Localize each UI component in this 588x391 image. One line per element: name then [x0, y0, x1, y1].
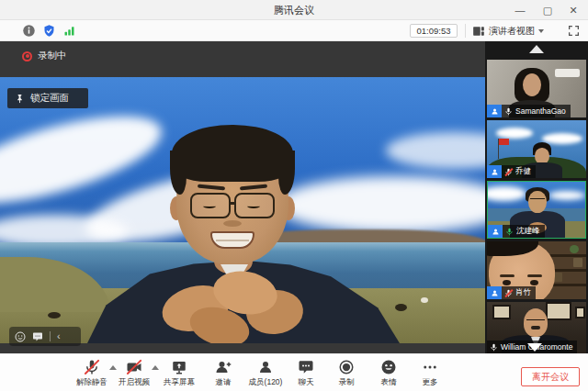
mic-muted-icon — [504, 289, 513, 297]
toolbar-label: 录制 — [339, 377, 355, 388]
certificate-shape — [546, 302, 571, 320]
emoji-icon[interactable] — [15, 331, 26, 342]
name-bar: 沈建峰 — [488, 225, 545, 238]
chat-bubble-icon — [298, 359, 314, 375]
participant-tile-active[interactable]: 沈建峰 — [487, 181, 586, 239]
books-shape — [573, 258, 582, 267]
yak-shape — [395, 304, 407, 311]
meeting-window: 腾讯会议 — ▢ ✕ 01:09:53 演讲者视图 录 — [0, 0, 588, 391]
certificate-shape — [575, 307, 585, 318]
name-bar: 乔健 — [487, 165, 536, 178]
red-flag-shape — [499, 139, 509, 145]
control-toolbar: 解除静音 开启视频 共享屏幕 邀请 成员( — [0, 353, 588, 391]
name-bar: SamanthaGao — [487, 105, 571, 117]
participant-tile[interactable]: 肖竹 — [487, 241, 586, 299]
eye-shape — [503, 280, 511, 285]
participants-sidebar: SamanthaGao — [485, 41, 588, 353]
participant-badge-icon — [487, 286, 502, 299]
mic-on-icon — [490, 343, 498, 352]
unmute-button[interactable]: 解除静音 — [70, 359, 114, 388]
scroll-down-icon[interactable] — [527, 343, 542, 352]
participant-tile[interactable]: SamanthaGao — [487, 60, 586, 117]
speaker-view-icon — [472, 25, 485, 38]
invite-button[interactable]: 邀请 — [201, 359, 245, 388]
meeting-info-bar: 01:09:53 演讲者视图 — [0, 20, 588, 41]
air-conditioner-shape — [555, 69, 580, 77]
security-shield-icon[interactable] — [42, 24, 56, 38]
cloud-shape — [496, 128, 533, 139]
participant-tile[interactable]: 乔健 — [487, 120, 586, 178]
collapse-left-icon[interactable]: ‹ — [57, 331, 61, 341]
eye-shape — [247, 204, 260, 208]
toolbar-label: 共享屏幕 — [164, 377, 195, 388]
emoji-button[interactable]: 表情 — [367, 359, 411, 388]
divider — [50, 331, 51, 341]
lock-view-button[interactable]: 锁定画面 — [7, 88, 88, 108]
toolbar-label: 开启视频 — [119, 377, 150, 388]
participant-badge-icon — [488, 225, 503, 238]
eyebrow-shape — [527, 274, 542, 277]
record-dot-icon — [22, 51, 32, 61]
record-button[interactable]: 录制 — [324, 359, 368, 388]
camera-off-icon — [126, 359, 142, 375]
certificate-shape — [492, 305, 511, 319]
leave-meeting-button[interactable]: 离开会议 — [521, 367, 580, 386]
toolbar-label: 成员(120) — [249, 377, 283, 388]
eye-shape — [203, 204, 216, 208]
toolbar-label: 表情 — [381, 377, 397, 388]
recording-label: 录制中 — [38, 50, 67, 62]
toolbar-label: 解除静音 — [76, 377, 107, 388]
name-bar: 肖竹 — [487, 286, 536, 299]
chevron-down-icon — [538, 29, 544, 33]
participant-badge-icon — [487, 165, 502, 178]
yak-shape — [48, 312, 61, 318]
view-mode-button[interactable]: 演讲者视图 — [472, 23, 544, 39]
maximize-button[interactable]: ▢ — [535, 0, 560, 20]
hair-shape — [172, 125, 293, 182]
face-shape — [523, 73, 541, 96]
sheep-shape — [421, 297, 428, 303]
chat-button[interactable]: 聊天 — [284, 359, 328, 388]
title-bar: 腾讯会议 — ▢ ✕ — [0, 0, 588, 20]
mic-muted-icon — [84, 359, 100, 375]
minimize-button[interactable]: — — [507, 0, 533, 20]
fullscreen-icon[interactable] — [568, 25, 580, 37]
close-button[interactable]: ✕ — [560, 0, 586, 20]
meeting-timer: 01:09:53 — [410, 24, 458, 38]
cloud-shape — [542, 133, 582, 144]
eye-shape — [530, 280, 538, 285]
more-dots-icon — [422, 359, 438, 375]
more-button[interactable]: 更多 — [408, 359, 452, 388]
glasses-shape — [526, 319, 545, 323]
glasses-bridge — [229, 202, 236, 205]
participant-name: 乔健 — [515, 166, 531, 177]
mouth-shape — [210, 231, 254, 249]
scroll-up-icon[interactable] — [529, 45, 544, 53]
share-screen-icon — [171, 359, 187, 375]
participant-name: 肖竹 — [515, 287, 531, 298]
glasses-shape — [530, 198, 545, 203]
members-icon — [257, 359, 274, 375]
record-icon — [338, 359, 355, 375]
network-signal-icon[interactable] — [62, 24, 76, 38]
info-icon[interactable] — [22, 24, 36, 38]
mic-muted-icon — [504, 168, 513, 176]
members-button[interactable]: 成员(120) — [243, 359, 288, 388]
emoji-icon — [380, 359, 397, 375]
participant-name: SamanthaGao — [515, 106, 566, 116]
share-screen-button[interactable]: 共享屏幕 — [157, 359, 201, 388]
window-title: 腾讯会议 — [0, 4, 588, 17]
reaction-toolbar: ‹ — [9, 327, 81, 346]
start-video-button[interactable]: 开启视频 — [112, 359, 156, 388]
cloud-shape — [548, 191, 585, 200]
recording-badge: 录制中 — [22, 50, 67, 62]
nose-shape — [223, 220, 242, 227]
mic-speaking-icon — [505, 228, 514, 236]
pin-icon — [15, 94, 25, 104]
speaker-video — [0, 77, 485, 343]
chat-bubble-icon[interactable] — [32, 331, 43, 342]
invite-person-icon — [215, 359, 232, 375]
main-video-stage: 录制中 — [0, 41, 485, 353]
toolbar-label: 邀请 — [216, 377, 232, 388]
toolbar-label: 更多 — [423, 377, 438, 388]
